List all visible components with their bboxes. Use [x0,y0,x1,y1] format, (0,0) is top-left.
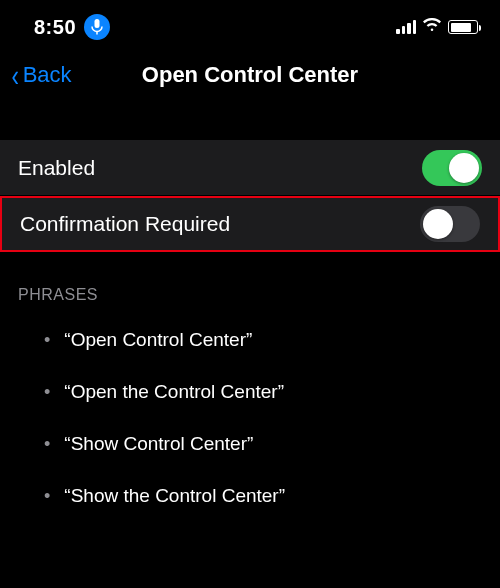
status-bar: 8:50 [0,0,500,50]
svg-rect-0 [95,19,100,28]
bullet-icon: • [44,383,50,401]
status-right [396,18,478,36]
enabled-row: Enabled [0,140,500,196]
back-button[interactable]: ‹ Back [10,62,72,88]
phrases-list: • “Open Control Center” • “Open the Cont… [0,314,500,522]
confirmation-row: Confirmation Required [0,196,500,252]
phrase-text: “Open Control Center” [64,329,252,351]
page-title: Open Control Center [142,62,358,88]
list-item: • “Open Control Center” [18,314,482,366]
confirmation-toggle[interactable] [420,206,480,242]
back-label: Back [23,62,72,88]
cellular-icon [396,20,416,34]
nav-bar: ‹ Back Open Control Center [0,50,500,110]
bullet-icon: • [44,331,50,349]
enabled-label: Enabled [18,156,95,180]
list-item: • “Show the Control Center” [18,470,482,522]
bullet-icon: • [44,435,50,453]
list-item: • “Show Control Center” [18,418,482,470]
phrase-text: “Show the Control Center” [64,485,285,507]
phrase-text: “Show Control Center” [64,433,253,455]
status-left: 8:50 [34,14,110,40]
phrases-header: PHRASES [0,252,500,314]
status-time: 8:50 [34,16,76,39]
list-item: • “Open the Control Center” [18,366,482,418]
spacer [0,110,500,140]
enabled-toggle[interactable] [422,150,482,186]
wifi-icon [422,18,442,36]
mic-icon [84,14,110,40]
bullet-icon: • [44,487,50,505]
phrase-text: “Open the Control Center” [64,381,284,403]
confirmation-label: Confirmation Required [20,212,230,236]
battery-icon [448,20,478,34]
